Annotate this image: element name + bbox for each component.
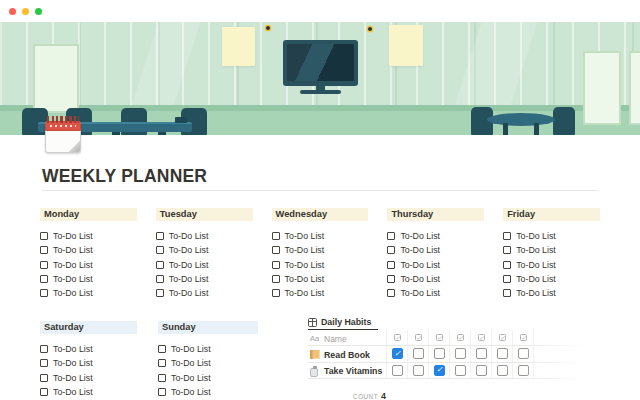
todo-label[interactable]: To-Do List	[171, 373, 211, 383]
todo-checkbox[interactable]	[387, 246, 395, 254]
habit-checkbox[interactable]	[392, 348, 403, 359]
page-icon-spiral-calendar-icon[interactable]	[45, 116, 81, 154]
todo-checkbox[interactable]	[503, 289, 511, 297]
todo-checkbox[interactable]	[40, 275, 48, 283]
todo-label[interactable]: To-Do List	[53, 245, 93, 255]
todo-label[interactable]: To-Do List	[53, 344, 93, 354]
habit-checkbox[interactable]	[455, 348, 466, 359]
habit-checkbox[interactable]	[476, 348, 487, 359]
day-header[interactable]: Saturday	[40, 321, 137, 334]
todo-label[interactable]: To-Do List	[285, 274, 325, 284]
todo-label[interactable]: To-Do List	[516, 260, 556, 270]
todo-label[interactable]: To-Do List	[400, 231, 440, 241]
checkbox-column-header[interactable]	[386, 330, 407, 345]
todo-checkbox[interactable]	[40, 345, 48, 353]
habit-checkbox[interactable]	[497, 365, 508, 376]
checkbox-column-header[interactable]	[512, 330, 533, 345]
todo-label[interactable]: To-Do List	[516, 245, 556, 255]
todo-label[interactable]: To-Do List	[400, 245, 440, 255]
todo-label[interactable]: To-Do List	[400, 274, 440, 284]
todo-checkbox[interactable]	[40, 246, 48, 254]
todo-checkbox[interactable]	[387, 261, 395, 269]
todo-checkbox[interactable]	[272, 275, 280, 283]
todo-label[interactable]: To-Do List	[53, 358, 93, 368]
checkbox-column-header[interactable]	[491, 330, 512, 345]
zoom-button[interactable]	[35, 8, 42, 15]
todo-label[interactable]: To-Do List	[53, 387, 93, 397]
habit-checkbox[interactable]	[476, 365, 487, 376]
todo-label[interactable]: To-Do List	[285, 245, 325, 255]
day-header[interactable]: Thursday	[387, 208, 484, 221]
todo-checkbox[interactable]	[503, 261, 511, 269]
todo-label[interactable]: To-Do List	[169, 274, 209, 284]
todo-checkbox[interactable]	[272, 289, 280, 297]
todo-label[interactable]: To-Do List	[53, 288, 93, 298]
todo-checkbox[interactable]	[156, 261, 164, 269]
habit-checkbox[interactable]	[518, 348, 529, 359]
todo-checkbox[interactable]	[387, 232, 395, 240]
checkbox-column-header[interactable]	[449, 330, 470, 345]
row-title[interactable]: Read Book	[324, 350, 370, 360]
todo-checkbox[interactable]	[40, 261, 48, 269]
todo-label[interactable]: To-Do List	[400, 288, 440, 298]
todo-label[interactable]: To-Do List	[285, 260, 325, 270]
todo-checkbox[interactable]	[40, 374, 48, 382]
table-footer-count[interactable]: COUNT4	[308, 385, 386, 400]
todo-checkbox[interactable]	[40, 232, 48, 240]
habit-checkbox[interactable]	[455, 365, 466, 376]
close-button[interactable]	[9, 8, 16, 15]
todo-label[interactable]: To-Do List	[285, 288, 325, 298]
view-tab-daily-habits[interactable]: Daily Habits	[308, 316, 378, 330]
todo-checkbox[interactable]	[503, 275, 511, 283]
todo-label[interactable]: To-Do List	[53, 373, 93, 383]
todo-checkbox[interactable]	[158, 345, 166, 353]
habit-checkbox[interactable]	[392, 365, 403, 376]
name-column-header[interactable]: Name	[324, 334, 347, 344]
todo-label[interactable]: To-Do List	[400, 260, 440, 270]
habit-checkbox[interactable]	[413, 365, 424, 376]
todo-label[interactable]: To-Do List	[169, 288, 209, 298]
habit-checkbox[interactable]	[434, 348, 445, 359]
todo-checkbox[interactable]	[503, 232, 511, 240]
todo-checkbox[interactable]	[156, 289, 164, 297]
todo-label[interactable]: To-Do List	[169, 231, 209, 241]
todo-checkbox[interactable]	[158, 359, 166, 367]
todo-checkbox[interactable]	[272, 232, 280, 240]
day-header[interactable]: Friday	[503, 208, 600, 221]
todo-label[interactable]: To-Do List	[171, 358, 211, 368]
todo-label[interactable]: To-Do List	[516, 274, 556, 284]
todo-checkbox[interactable]	[387, 275, 395, 283]
todo-checkbox[interactable]	[156, 275, 164, 283]
checkbox-column-header[interactable]	[407, 330, 428, 345]
todo-label[interactable]: To-Do List	[285, 231, 325, 241]
todo-label[interactable]: To-Do List	[516, 231, 556, 241]
todo-label[interactable]: To-Do List	[53, 260, 93, 270]
habit-checkbox[interactable]	[497, 348, 508, 359]
habit-checkbox[interactable]	[518, 365, 529, 376]
todo-checkbox[interactable]	[503, 246, 511, 254]
todo-checkbox[interactable]	[272, 246, 280, 254]
todo-checkbox[interactable]	[40, 359, 48, 367]
page-title[interactable]: WEEKLY PLANNER	[42, 166, 207, 187]
day-header[interactable]: Sunday	[158, 321, 258, 334]
habit-checkbox[interactable]	[434, 365, 445, 376]
row-title[interactable]: Take Vitamins	[324, 366, 382, 376]
todo-label[interactable]: To-Do List	[169, 260, 209, 270]
day-header[interactable]: Monday	[40, 208, 137, 221]
todo-checkbox[interactable]	[40, 388, 48, 396]
day-header[interactable]: Wednesday	[272, 208, 369, 221]
todo-checkbox[interactable]	[156, 246, 164, 254]
checkbox-column-header[interactable]	[470, 330, 491, 345]
todo-checkbox[interactable]	[158, 388, 166, 396]
todo-label[interactable]: To-Do List	[171, 387, 211, 397]
habit-checkbox[interactable]	[413, 348, 424, 359]
todo-checkbox[interactable]	[272, 261, 280, 269]
todo-checkbox[interactable]	[387, 289, 395, 297]
day-header[interactable]: Tuesday	[156, 208, 253, 221]
todo-checkbox[interactable]	[40, 289, 48, 297]
checkbox-column-header[interactable]	[428, 330, 449, 345]
todo-label[interactable]: To-Do List	[169, 245, 209, 255]
todo-checkbox[interactable]	[156, 232, 164, 240]
todo-label[interactable]: To-Do List	[53, 231, 93, 241]
todo-label[interactable]: To-Do List	[171, 344, 211, 354]
